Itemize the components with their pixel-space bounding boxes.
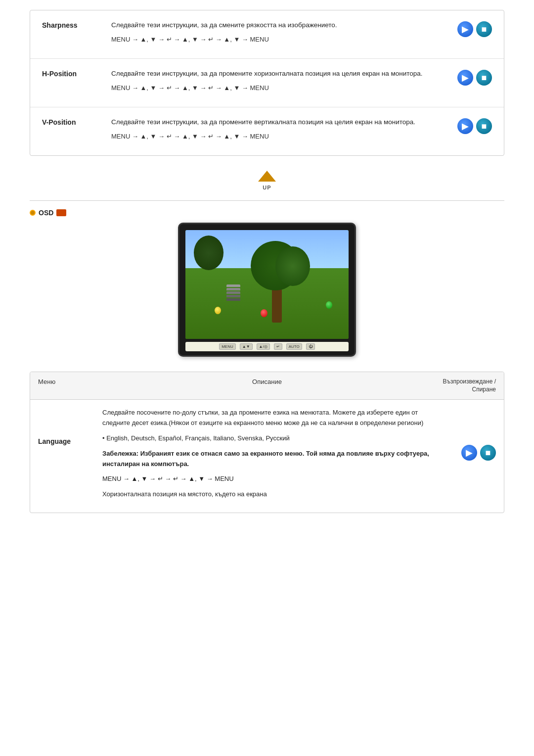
sharpness-description: Следвайте тези инструкции, за да смените… — [111, 20, 447, 31]
up-label: UP — [263, 185, 271, 190]
bottom-table: Меню Описание Възпроизвеждане /Спиране L… — [30, 372, 504, 513]
language-content: Следвайте посочените по-долу стъпки, за … — [102, 408, 432, 505]
osd-header: OSD — [30, 209, 504, 217]
vposition-description: Следвайте тези инструкции, за да промени… — [111, 117, 447, 128]
tree-top-2 — [275, 246, 310, 286]
sharpness-menu: MENU → ▲, ▼ → ↵ → ▲, ▼ → ↵ → ▲, ▼ → MENU — [111, 35, 447, 45]
monitor-controls-bar: MENU ▲▼ ▲/◎ ↵ AUTO ⏻ — [185, 342, 349, 351]
tree-top-3 — [194, 236, 223, 270]
stop-icon: ■ — [476, 118, 492, 134]
stop-icon: ■ — [476, 70, 492, 86]
vposition-icons: ▶ ■ — [457, 117, 492, 134]
enter-btn[interactable]: ↵ — [274, 343, 282, 350]
language-description: Следвайте посочените по-долу стъпки, за … — [102, 408, 432, 428]
red-balloon — [261, 309, 267, 317]
language-final-line: Хоризонталната позиция на мястото, къдет… — [102, 489, 432, 500]
hposition-label: H-Position — [42, 69, 111, 78]
top-table: Sharpness Следвайте тези инструкции, за … — [30, 10, 504, 156]
vposition-content: Следвайте тези инструкции, за да промени… — [111, 117, 447, 145]
language-note: Забележка: Избраният език се отнася само… — [102, 449, 432, 470]
table-row: V-Position Следвайте тези инструкции, за… — [30, 107, 504, 155]
osd-text: OSD — [39, 209, 53, 217]
play-icon: ▶ — [461, 445, 477, 461]
play-icon: ▶ — [457, 118, 473, 134]
header-description: Описание — [102, 378, 432, 393]
hposition-content: Следвайте тези инструкции, за да промени… — [111, 69, 447, 97]
language-icons: ▶ ■ — [432, 408, 496, 461]
table-row: Language Следвайте посочените по-долу ст… — [30, 400, 504, 513]
hposition-icons: ▶ ■ — [457, 69, 492, 86]
power-btn[interactable]: ⏻ — [306, 343, 315, 350]
section-divider — [30, 200, 504, 201]
language-menu-instruction: MENU → ▲, ▼ → ↵ → ↵ → ▲, ▼ → MENU — [102, 474, 432, 484]
osd-section: OSD — [30, 209, 504, 357]
vposition-menu: MENU → ▲, ▼ → ↵ → ▲, ▼ → ↵ → ▲, ▼ → MENU — [111, 132, 447, 142]
table-header: Меню Описание Възпроизвеждане /Спиране — [30, 372, 504, 400]
hposition-menu: MENU → ▲, ▼ → ↵ → ▲, ▼ → ↵ → ▲, ▼ → MENU — [111, 83, 447, 93]
sharpness-content: Следвайте тези инструкции, за да смените… — [111, 20, 447, 48]
table-body: Language Следвайте посочените по-долу ст… — [30, 400, 504, 513]
table-row: H-Position Следвайте тези инструкции, за… — [30, 59, 504, 107]
up-navigation: UP — [255, 171, 279, 190]
table-row: Sharpness Следвайте тези инструкции, за … — [30, 10, 504, 59]
play-icon: ▶ — [457, 21, 473, 37]
vposition-label: V-Position — [42, 117, 111, 126]
stop-icon: ■ — [480, 445, 496, 461]
garden-scene — [185, 230, 349, 339]
osd-small-icon — [56, 209, 66, 216]
pagoda — [226, 284, 240, 301]
page: Sharpness Следвайте тези инструкции, за … — [0, 0, 534, 523]
green-balloon — [326, 301, 332, 309]
adjust-btn[interactable]: ▲/◎ — [257, 343, 270, 350]
monitor-screen — [185, 230, 349, 339]
up-section: UP — [30, 171, 504, 190]
stop-icon: ■ — [476, 21, 492, 37]
play-icon: ▶ — [457, 70, 473, 86]
sharpness-label: Sharpness — [42, 20, 111, 29]
nav-btn[interactable]: ▲▼ — [240, 343, 253, 350]
monitor-container: MENU ▲▼ ▲/◎ ↵ AUTO ⏻ — [30, 223, 504, 357]
hposition-description: Следвайте тези инструкции, за да промени… — [111, 69, 447, 79]
header-playback: Възпроизвеждане /Спиране — [432, 378, 496, 393]
menu-btn[interactable]: MENU — [219, 343, 236, 350]
yellow-balloon — [215, 307, 221, 314]
auto-btn[interactable]: AUTO — [286, 343, 302, 350]
language-label: Language — [38, 408, 102, 445]
language-list: • English, Deutsch, Español, Français, I… — [102, 433, 432, 444]
header-menu: Меню — [38, 378, 102, 393]
monitor-display: MENU ▲▼ ▲/◎ ↵ AUTO ⏻ — [178, 223, 356, 357]
osd-dot-icon — [30, 210, 36, 216]
sharpness-icons: ▶ ■ — [457, 20, 492, 37]
